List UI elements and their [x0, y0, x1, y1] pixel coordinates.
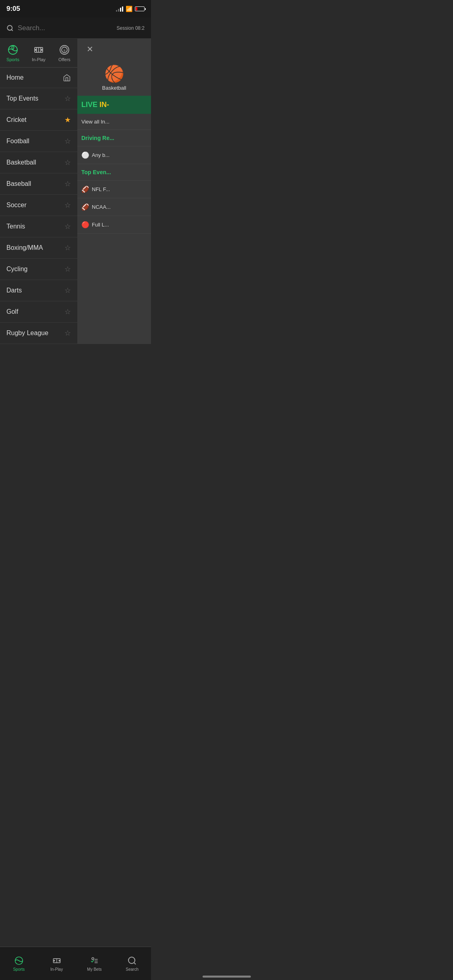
nfl-icon: 🏈: [81, 185, 89, 193]
tab-sports-label: Sports: [6, 57, 19, 62]
inplay-tab-icon: [33, 44, 44, 56]
full-l-item[interactable]: 🔴 Full L...: [77, 216, 151, 234]
menu-golf[interactable]: Golf ☆: [0, 301, 77, 323]
cricket-star: ★: [64, 115, 71, 124]
search-icon: [6, 25, 14, 32]
menu-list: Home Top Events ☆ Cricket ★ Football ☆ B…: [0, 68, 77, 344]
search-bar[interactable]: Session 08:2: [0, 18, 151, 39]
menu-tennis-label: Tennis: [6, 223, 25, 230]
status-time: 9:05: [6, 5, 20, 13]
top-events-right-item[interactable]: Top Even...: [77, 164, 151, 181]
menu-tennis[interactable]: Tennis ☆: [0, 216, 77, 237]
basketball-star: ☆: [64, 158, 71, 167]
menu-cycling-label: Cycling: [6, 266, 27, 273]
boxing-star: ☆: [64, 243, 71, 252]
status-bar: 9:05 📶: [0, 0, 151, 18]
menu-soccer-label: Soccer: [6, 202, 27, 209]
cycling-star: ☆: [64, 265, 71, 274]
left-panel: Sports In-Play $ Offer: [0, 39, 77, 344]
any-b-label: Any b...: [92, 152, 110, 158]
menu-darts[interactable]: Darts ☆: [0, 280, 77, 301]
menu-soccer[interactable]: Soccer ☆: [0, 195, 77, 216]
menu-baseball[interactable]: Baseball ☆: [0, 173, 77, 195]
menu-boxing-mma[interactable]: Boxing/MMA ☆: [0, 237, 77, 259]
tab-sports[interactable]: Sports: [0, 39, 26, 67]
menu-darts-label: Darts: [6, 287, 22, 294]
status-icons: 📶: [116, 6, 145, 12]
in-text: IN-: [99, 101, 109, 109]
session-label: Session 08:2: [117, 25, 145, 31]
top-events-star: ☆: [64, 94, 71, 103]
search-input[interactable]: [18, 24, 113, 32]
svg-line-1: [11, 29, 12, 31]
close-bar: ✕: [77, 39, 151, 60]
offers-tab-icon: $: [59, 44, 70, 56]
right-panel: ✕ 🏀 Basketball LIVE IN- View all In... D…: [77, 39, 151, 344]
wifi-icon: 📶: [126, 6, 132, 12]
close-button[interactable]: ✕: [84, 43, 96, 55]
menu-football[interactable]: Football ☆: [0, 131, 77, 152]
home-icon: [63, 74, 71, 82]
menu-cricket-label: Cricket: [6, 116, 27, 124]
full-l-label: Full L...: [92, 222, 109, 228]
menu-top-events-label: Top Events: [6, 95, 38, 102]
any-b-item[interactable]: ⚪ Any b...: [77, 146, 151, 164]
live-in-banner[interactable]: LIVE IN-: [77, 96, 151, 114]
menu-rugby-label: Rugby League: [6, 329, 48, 337]
menu-baseball-label: Baseball: [6, 180, 31, 187]
full-l-icon: 🔴: [81, 221, 89, 229]
menu-basketball[interactable]: Basketball ☆: [0, 152, 77, 173]
menu-golf-label: Golf: [6, 308, 18, 315]
rugby-star: ☆: [64, 329, 71, 338]
nfl-label: NFL F...: [92, 186, 110, 192]
menu-cycling[interactable]: Cycling ☆: [0, 259, 77, 280]
menu-football-label: Football: [6, 138, 29, 145]
soccer-star: ☆: [64, 201, 71, 210]
menu-home[interactable]: Home: [0, 68, 77, 88]
svg-text:$: $: [64, 49, 66, 52]
football-star: ☆: [64, 137, 71, 146]
svg-point-8: [41, 49, 42, 50]
tab-inplay-label: In-Play: [32, 57, 46, 62]
menu-boxing-label: Boxing/MMA: [6, 244, 43, 251]
tab-offers[interactable]: $ Offers: [52, 39, 77, 67]
sports-tab-icon: [7, 44, 19, 56]
basketball-section-label: Basketball: [102, 85, 126, 91]
main-layout: Sports In-Play $ Offer: [0, 39, 151, 344]
basketball-section[interactable]: 🏀 Basketball: [77, 60, 151, 96]
menu-home-label: Home: [6, 74, 24, 81]
view-all-item[interactable]: View all In...: [77, 114, 151, 130]
tennis-star: ☆: [64, 222, 71, 231]
driving-label: Driving Re...: [81, 135, 114, 141]
ncaa-label: NCAA...: [92, 204, 111, 210]
signal-icon: [116, 6, 123, 12]
battery-icon: [135, 6, 145, 11]
menu-cricket[interactable]: Cricket ★: [0, 109, 77, 131]
driving-item[interactable]: Driving Re...: [77, 130, 151, 146]
basketball-icon: 🏀: [104, 64, 124, 83]
darts-star: ☆: [64, 286, 71, 295]
tab-bar-top: Sports In-Play $ Offer: [0, 39, 77, 68]
menu-top-events[interactable]: Top Events ☆: [0, 88, 77, 109]
ncaa-item[interactable]: 🏈 NCAA...: [77, 198, 151, 216]
live-text: LIVE: [81, 101, 99, 109]
ncaa-icon: 🏈: [81, 203, 89, 211]
view-all-label: View all In...: [81, 119, 110, 125]
menu-basketball-label: Basketball: [6, 159, 36, 166]
golf-ball-icon: ⚪: [81, 151, 89, 159]
svg-point-7: [35, 49, 36, 50]
menu-rugby-league[interactable]: Rugby League ☆: [0, 323, 77, 344]
top-events-right-label: Top Even...: [81, 169, 111, 175]
tab-inplay[interactable]: In-Play: [26, 39, 52, 67]
tab-offers-label: Offers: [58, 57, 70, 62]
nfl-item[interactable]: 🏈 NFL F...: [77, 181, 151, 198]
svg-point-0: [7, 25, 12, 30]
baseball-star: ☆: [64, 179, 71, 188]
golf-star: ☆: [64, 307, 71, 316]
